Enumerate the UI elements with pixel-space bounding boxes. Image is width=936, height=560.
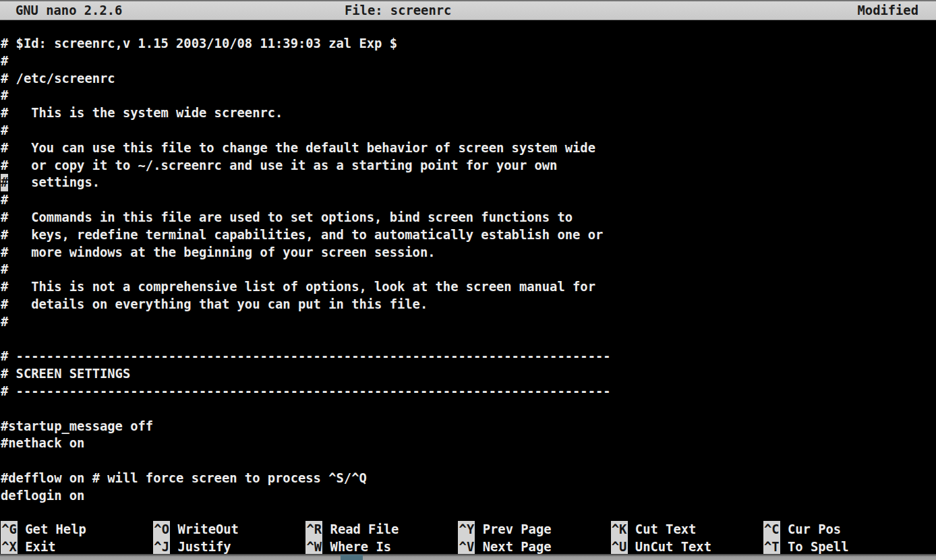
shortcut-uncut-text: ^U UnCut Text bbox=[611, 538, 763, 556]
editor-line: #nethack on bbox=[1, 435, 611, 452]
editor-line: # This is the system wide screenrc. bbox=[1, 104, 611, 122]
editor-line: # /etc/screenrc bbox=[1, 70, 611, 88]
editor-line: # SCREEN SETTINGS bbox=[1, 365, 611, 383]
editor-line: # --------------------------------------… bbox=[1, 383, 611, 400]
cursor-block: # bbox=[1, 174, 8, 191]
shortcut-key-badge: ^X bbox=[1, 538, 18, 556]
shortcut-row: ^G Get Help^O WriteOut^R Read File^Y Pre… bbox=[1, 521, 916, 538]
shortcut-where-is: ^W Where Is bbox=[305, 538, 458, 556]
shortcut-key-badge: ^Y bbox=[458, 521, 475, 538]
shortcut-exit: ^X Exit bbox=[1, 538, 153, 556]
shortcut-key-badge: ^C bbox=[763, 521, 780, 538]
shortcut-key-badge: ^W bbox=[305, 538, 322, 556]
editor-line: # settings. bbox=[1, 174, 611, 191]
shortcut-bar: ^G Get Help^O WriteOut^R Read File^Y Pre… bbox=[1, 521, 916, 556]
file-name-label: File: screenrc bbox=[345, 2, 451, 19]
shortcut-key-badge: ^O bbox=[153, 521, 170, 538]
editor-line: # more windows at the beginning of your … bbox=[1, 244, 611, 261]
app-version-label: GNU nano 2.2.6 bbox=[16, 2, 122, 19]
shortcut-justify: ^J Justify bbox=[153, 538, 305, 556]
shortcut-label: Where Is bbox=[322, 540, 391, 554]
editor-line: # Commands in this file are used to set … bbox=[1, 209, 611, 226]
modified-badge: Modified bbox=[858, 2, 918, 19]
shortcut-label: Cur Pos bbox=[780, 522, 841, 536]
editor-line: # You can use this file to change the de… bbox=[1, 139, 611, 157]
shortcut-to-spell: ^T To Spell bbox=[763, 538, 916, 556]
shortcut-key-badge: ^G bbox=[1, 521, 18, 538]
editor-line: # bbox=[1, 53, 611, 70]
shortcut-label: UnCut Text bbox=[628, 540, 711, 554]
shortcut-label: Prev Page bbox=[475, 522, 551, 536]
editor-line: deflogin on bbox=[1, 487, 611, 505]
shortcut-get-help: ^G Get Help bbox=[1, 521, 153, 538]
shortcut-next-page: ^V Next Page bbox=[458, 538, 610, 556]
shortcut-writeout: ^O WriteOut bbox=[153, 521, 305, 538]
editor-line: #startup_message off bbox=[1, 418, 611, 435]
background-window-accent bbox=[341, 555, 363, 560]
editor-line: # keys, redefine terminal capabilities, … bbox=[1, 226, 611, 244]
shortcut-key-badge: ^J bbox=[153, 538, 170, 556]
shortcut-label: Read File bbox=[322, 522, 399, 536]
editor-content[interactable]: # $Id: screenrc,v 1.15 2003/10/08 11:39:… bbox=[1, 19, 611, 505]
shortcut-label: Get Help bbox=[18, 522, 86, 536]
shortcut-key-badge: ^K bbox=[611, 521, 628, 538]
shortcut-label: Cut Text bbox=[628, 522, 697, 536]
shortcut-key-badge: ^U bbox=[611, 538, 628, 556]
shortcut-key-badge: ^R bbox=[305, 521, 322, 538]
editor-line: # bbox=[1, 313, 611, 331]
shortcut-key-badge: ^V bbox=[458, 538, 475, 556]
editor-line bbox=[1, 400, 611, 418]
editor-line: # bbox=[1, 122, 611, 139]
editor-line: # bbox=[1, 191, 611, 209]
shortcut-read-file: ^R Read File bbox=[305, 521, 458, 538]
shortcut-row: ^X Exit^J Justify^W Where Is^V Next Page… bbox=[1, 538, 916, 556]
editor-line: # $Id: screenrc,v 1.15 2003/10/08 11:39:… bbox=[1, 35, 611, 53]
editor-line: # or copy it to ~/.screenrc and use it a… bbox=[1, 157, 611, 175]
terminal-window: GNU nano 2.2.6 File: screenrc Modified #… bbox=[0, 0, 936, 560]
shortcut-cur-pos: ^C Cur Pos bbox=[763, 521, 916, 538]
background-window-edge bbox=[0, 554, 936, 560]
editor-line: # This is not a comprehensive list of op… bbox=[1, 278, 611, 296]
editor-line: # bbox=[1, 261, 611, 278]
shortcut-label: Exit bbox=[18, 540, 56, 554]
shortcut-cut-text: ^K Cut Text bbox=[611, 521, 763, 538]
editor-line bbox=[1, 452, 611, 470]
shortcut-prev-page: ^Y Prev Page bbox=[458, 521, 610, 538]
editor-line: # bbox=[1, 87, 611, 104]
shortcut-label: Justify bbox=[170, 540, 231, 554]
shortcut-label: Next Page bbox=[475, 540, 551, 554]
nano-titlebar: GNU nano 2.2.6 File: screenrc Modified bbox=[0, 0, 936, 20]
shortcut-key-badge: ^T bbox=[763, 538, 780, 556]
shortcut-label: WriteOut bbox=[170, 522, 239, 536]
shortcut-label: To Spell bbox=[780, 540, 849, 554]
editor-line: # details on everything that you can put… bbox=[1, 296, 611, 313]
editor-line bbox=[1, 331, 611, 348]
editor-line: # --------------------------------------… bbox=[1, 348, 611, 365]
editor-line: #defflow on # will force screen to proce… bbox=[1, 470, 611, 487]
